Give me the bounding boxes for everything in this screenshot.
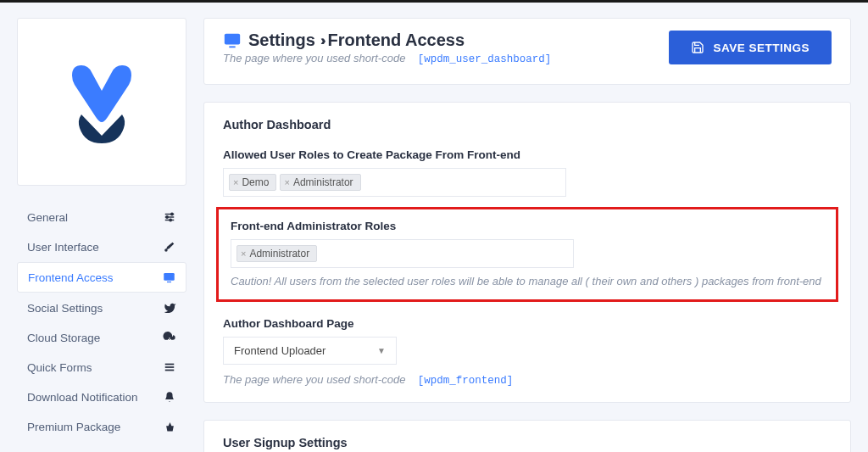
page-hint: The page where you used short-code [wpdm… <box>223 373 832 387</box>
main-content: Settings ›› Frontend Access The page whe… <box>203 18 851 437</box>
sidebar-item-user-interface[interactable]: User Interface <box>17 232 186 261</box>
svg-rect-8 <box>167 281 171 282</box>
section-title: Author Dashboard <box>223 118 832 131</box>
caution-text: Caution! All users from the selected use… <box>231 275 824 287</box>
basket-icon <box>163 420 176 433</box>
sidebar-item-label: Quick Forms <box>27 361 92 374</box>
author-dashboard-card: Author Dashboard Allowed User Roles to C… <box>203 102 851 403</box>
admin-roles-label: Front-end Administrator Roles <box>231 220 824 232</box>
logo-card <box>17 18 186 186</box>
save-icon <box>691 41 704 54</box>
svg-point-6 <box>164 248 168 252</box>
svg-point-3 <box>171 213 173 215</box>
nav-list: General User Interface Frontend Access S… <box>17 203 186 441</box>
sidebar-item-premium-package[interactable]: Premium Package <box>17 412 186 441</box>
svg-point-5 <box>170 219 171 220</box>
role-tag: × Administrator <box>236 245 317 262</box>
sidebar-item-label: Social Settings <box>27 302 103 315</box>
author-page-label: Author Dashboard Page <box>223 317 832 330</box>
sidebar: General User Interface Frontend Access S… <box>17 18 186 437</box>
list-icon <box>163 360 176 374</box>
header-hint: The page where you used short-code [wpdm… <box>223 52 551 65</box>
svg-rect-13 <box>229 46 235 47</box>
page-title-row: Settings ›› Frontend Access <box>223 31 551 50</box>
sidebar-item-label: General <box>27 211 68 224</box>
sidebar-item-cloud-storage[interactable]: Cloud Storage <box>17 323 186 352</box>
cloud-icon <box>163 331 176 344</box>
role-tag: × Demo <box>229 174 276 191</box>
bell-icon <box>163 390 176 404</box>
allowed-roles-label: Allowed User Roles to Create Package Fro… <box>223 148 832 161</box>
sidebar-item-label: User Interface <box>27 241 99 254</box>
admin-roles-highlight: Front-end Administrator Roles × Administ… <box>216 207 838 302</box>
chevron-down-icon: ▼ <box>377 346 386 355</box>
twitter-icon <box>163 301 176 315</box>
logo <box>59 55 144 148</box>
sidebar-item-quick-forms[interactable]: Quick Forms <box>17 353 186 382</box>
svg-point-4 <box>166 216 168 218</box>
admin-roles-input[interactable]: × Administrator <box>231 239 574 268</box>
paint-icon <box>163 240 176 254</box>
sidebar-item-label: Download Notification <box>27 391 138 404</box>
chevrons-icon: ›› <box>320 33 323 48</box>
allowed-roles-input[interactable]: × Demo × Administrator <box>223 168 566 197</box>
remove-tag-icon[interactable]: × <box>241 248 246 259</box>
monitor-icon <box>162 271 175 284</box>
monitor-icon <box>223 31 242 50</box>
svg-rect-7 <box>164 272 175 280</box>
page-title: Settings ›› Frontend Access <box>248 31 465 50</box>
sidebar-item-download-notification[interactable]: Download Notification <box>17 382 186 411</box>
sidebar-item-general[interactable]: General <box>17 203 186 232</box>
user-signup-card: User Signup Settings <box>203 420 851 452</box>
sidebar-item-label: Cloud Storage <box>27 332 100 344</box>
save-settings-button[interactable]: SAVE SETTINGS <box>669 31 832 64</box>
remove-tag-icon[interactable]: × <box>284 177 289 187</box>
sliders-icon <box>163 210 176 224</box>
sidebar-item-social-settings[interactable]: Social Settings <box>17 293 186 322</box>
sidebar-item-label: Frontend Access <box>28 271 114 284</box>
shortcode: [wpdm_frontend] <box>418 375 514 387</box>
shortcode: [wpdm_user_dashboard] <box>418 53 552 65</box>
sidebar-item-frontend-access[interactable]: Frontend Access <box>17 262 186 293</box>
header-card: Settings ›› Frontend Access The page whe… <box>203 18 851 85</box>
svg-rect-12 <box>225 33 240 44</box>
sidebar-item-label: Premium Package <box>27 421 120 433</box>
remove-tag-icon[interactable]: × <box>233 177 238 187</box>
section-title: User Signup Settings <box>223 436 832 449</box>
author-page-select[interactable]: Frontend Uploader ▼ <box>223 337 397 365</box>
role-tag: × Administrator <box>280 174 360 191</box>
